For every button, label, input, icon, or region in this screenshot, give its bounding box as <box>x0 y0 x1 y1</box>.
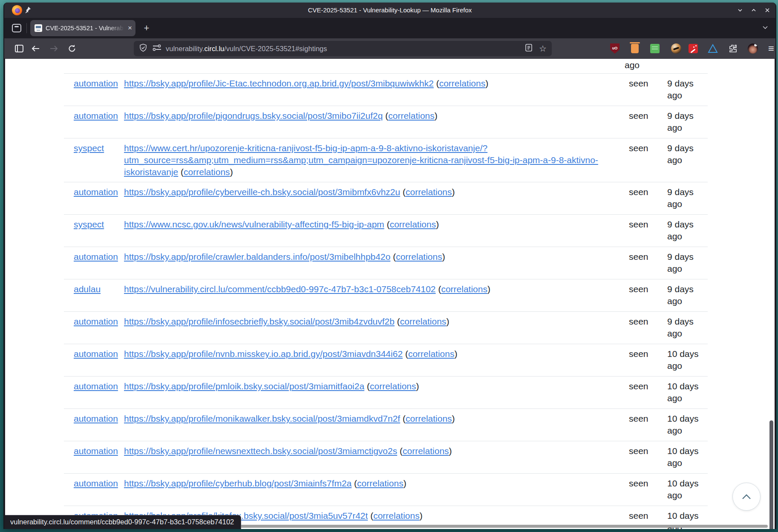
correlations-link[interactable]: correlations <box>406 187 452 197</box>
paren-close: ) <box>436 219 439 229</box>
bookmark-star-icon[interactable]: ☆ <box>539 43 547 54</box>
sighting-url-link[interactable]: https://bsky.app/profile/nvnb.misskey.io… <box>124 349 403 359</box>
paren-open: ( <box>400 414 406 423</box>
magic-wand-extension-icon[interactable] <box>686 38 700 59</box>
paren-close: ) <box>230 167 233 177</box>
paren-open: ( <box>383 111 388 121</box>
shield-icon[interactable] <box>139 43 147 54</box>
correlations-link[interactable]: correlations <box>441 284 487 294</box>
url-bar[interactable]: vulnerability.circl.lu/vuln/CVE-2025-535… <box>134 41 552 56</box>
date-ago: 9 days ago <box>667 251 708 275</box>
paren-close: ) <box>403 478 406 488</box>
correlations-link[interactable]: correlations <box>439 78 486 88</box>
source-link[interactable]: automation <box>74 316 118 326</box>
table-row: automation https://bsky.app/profile/Jic-… <box>64 74 708 106</box>
forward-button[interactable] <box>47 38 61 59</box>
sighting-url-link[interactable]: https://www.ncsc.gov.uk/news/vulnerabili… <box>124 219 384 229</box>
source-link[interactable]: automation <box>74 414 118 423</box>
table-row: automation https://bsky.app/profile/nvnb… <box>64 344 708 377</box>
tab-close-icon[interactable]: × <box>128 24 132 32</box>
paren-close: ) <box>449 446 452 456</box>
reader-mode-icon[interactable] <box>525 44 532 53</box>
raccoon-extension-icon[interactable] <box>669 38 683 59</box>
sighting-url-link[interactable]: https://bsky.app/profile/pigondrugs.bsky… <box>124 111 383 121</box>
status-seen: seen <box>629 78 648 88</box>
list-all-tabs-icon[interactable] <box>762 24 769 32</box>
date-ago: 9 days ago <box>667 110 708 134</box>
correlations-link[interactable]: correlations <box>400 316 447 326</box>
new-tab-button[interactable]: + <box>141 22 153 34</box>
sidebar-toggle-icon[interactable] <box>12 38 26 59</box>
correlations-link[interactable]: correlations <box>388 111 435 121</box>
app-menu-icon[interactable]: ≡ <box>764 38 776 59</box>
source-link[interactable]: automation <box>74 478 118 488</box>
status-seen: seen <box>629 349 648 359</box>
horizontal-scrollbar[interactable] <box>234 525 768 528</box>
paren-open: ( <box>390 252 396 262</box>
sightings-table: ago automation https://bsky.app/profile/… <box>64 59 708 529</box>
date-ago: 10 days ago <box>667 477 708 501</box>
table-row-partial: ago <box>64 59 708 74</box>
correlations-link[interactable]: correlations <box>408 349 455 359</box>
correlations-link[interactable]: correlations <box>406 414 452 423</box>
source-link[interactable]: syspect <box>74 143 104 153</box>
source-link[interactable]: automation <box>74 349 118 359</box>
permissions-icon[interactable] <box>152 44 161 53</box>
scroll-to-top-button[interactable] <box>732 483 761 511</box>
correlations-link[interactable]: correlations <box>390 219 436 229</box>
sighting-url-link[interactable]: https://vulnerability.circl.lu/comment/c… <box>124 284 436 294</box>
trash-extension-icon[interactable] <box>628 38 642 59</box>
vertical-scrollbar-thumb[interactable] <box>769 420 773 529</box>
tab-cve-2025-53521[interactable]: CVE-2025-53521 - Vulnerab × <box>30 20 135 36</box>
source-link[interactable]: adulau <box>74 284 101 294</box>
table-row: automation https://bsky.app/profile/craw… <box>64 247 708 279</box>
url-display[interactable]: vulnerability.circl.lu/vuln/CVE-2025-535… <box>166 45 327 53</box>
date-ago: 9 days ago <box>667 78 708 101</box>
paren-close: ) <box>452 414 455 423</box>
sighting-url-link[interactable]: https://bsky.app/profile/newsnexttech.bs… <box>124 446 397 456</box>
source-link[interactable]: automation <box>74 111 118 121</box>
source-link[interactable]: automation <box>74 187 118 197</box>
browser-window: CVE-2025-53521 - Vulnerability-Lookup — … <box>3 3 776 529</box>
correlations-link[interactable]: correlations <box>357 478 403 488</box>
correlations-link[interactable]: correlations <box>370 381 416 391</box>
profile-avatar[interactable] <box>746 38 760 59</box>
minimize-button[interactable] <box>736 6 744 14</box>
table-row: automation https://bsky.app/profile/pmlo… <box>64 377 708 409</box>
paren-open: ( <box>352 478 357 488</box>
sighting-url-link[interactable]: https://bsky.app/profile/cyberveille-ch.… <box>124 187 400 197</box>
source-link[interactable]: automation <box>74 78 118 88</box>
notes-extension-icon[interactable] <box>648 38 662 59</box>
extensions-puzzle-icon[interactable] <box>726 38 740 59</box>
sighting-url-link[interactable]: https://bsky.app/profile/pmloik.bsky.soc… <box>124 381 364 391</box>
tab-bar: CVE-2025-53521 - Vulnerab × + <box>4 18 775 38</box>
back-button[interactable] <box>28 38 43 59</box>
sighting-url-link[interactable]: https://bsky.app/profile/cyberhub.blog/p… <box>124 478 352 488</box>
correlations-link[interactable]: correlations <box>184 167 230 177</box>
source-link[interactable]: automation <box>74 381 118 391</box>
correlations-link[interactable]: correlations <box>403 446 449 456</box>
table-row: automation https://bsky.app/profile/cybe… <box>64 474 708 506</box>
sighting-url-link[interactable]: https://bsky.app/profile/infosecbriefly.… <box>124 316 395 326</box>
triangle-extension-icon[interactable] <box>706 38 720 59</box>
ublock-origin-icon[interactable]: uO <box>608 38 622 59</box>
sighting-url-link[interactable]: https://bsky.app/profile/Jic-Etac.techno… <box>124 78 434 88</box>
firefox-view-icon[interactable] <box>12 24 21 32</box>
source-link[interactable]: automation <box>74 252 118 262</box>
reload-button[interactable] <box>65 38 79 59</box>
status-seen: seen <box>629 284 648 294</box>
correlations-link[interactable]: correlations <box>396 252 442 262</box>
paren-open: ( <box>178 167 184 177</box>
date-ago: 9 days ago <box>667 142 708 166</box>
correlations-link[interactable]: correlations <box>373 511 420 520</box>
status-link-preview: vulnerability.circl.lu/comment/ccbb9ed0-… <box>5 515 241 529</box>
sighting-url-link[interactable]: https://bsky.app/profile/monikawalker.bs… <box>124 414 400 423</box>
paren-open: ( <box>434 78 439 88</box>
source-link[interactable]: automation <box>74 446 118 456</box>
maximize-button[interactable] <box>750 6 758 14</box>
sighting-url-link[interactable]: https://bsky.app/profile/crawler.baldand… <box>124 252 390 262</box>
close-window-button[interactable] <box>764 6 771 14</box>
paren-close: ) <box>446 316 449 326</box>
status-seen: seen <box>629 478 648 488</box>
source-link[interactable]: syspect <box>74 219 104 229</box>
